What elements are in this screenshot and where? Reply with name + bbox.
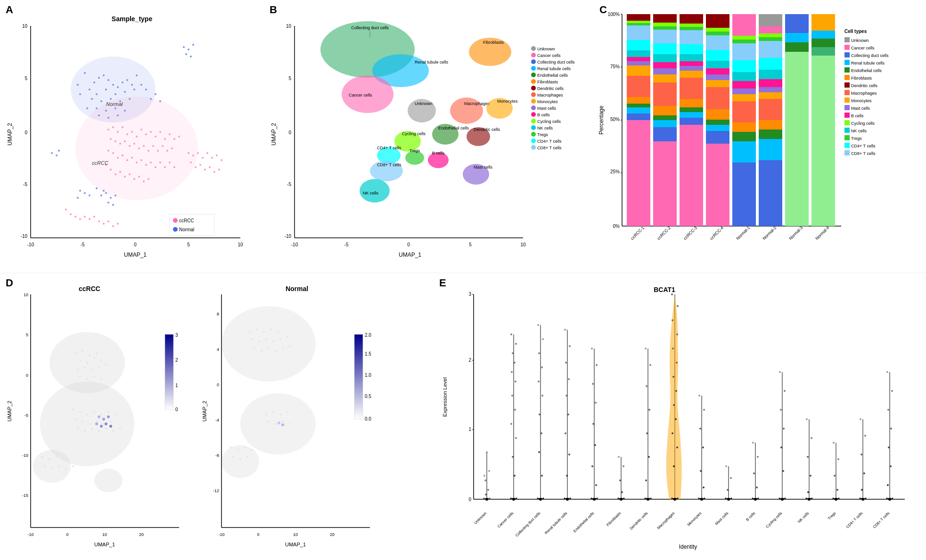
svg-text:Unknown: Unknown — [537, 47, 555, 51]
svg-point-537 — [516, 498, 517, 499]
svg-point-418 — [112, 430, 114, 432]
svg-point-630 — [676, 446, 678, 448]
svg-point-629 — [672, 432, 673, 434]
svg-point-734 — [890, 465, 892, 467]
annotation-mast: Mast cells — [474, 165, 493, 170]
svg-point-517 — [489, 498, 491, 499]
svg-point-685 — [782, 499, 783, 500]
svg-rect-262 — [680, 112, 703, 118]
svg-text:ccRCC-4: ccRCC-4 — [709, 225, 724, 241]
svg-point-536 — [515, 498, 516, 500]
ccrcc-gray-dots — [33, 332, 134, 492]
svg-point-473 — [265, 414, 267, 415]
svg-text:Cancer cells: Cancer cells — [851, 46, 875, 50]
svg-point-85 — [173, 138, 175, 140]
svg-point-534 — [512, 498, 513, 500]
svg-point-678 — [784, 390, 786, 392]
svg-point-126 — [188, 152, 189, 154]
svg-text:Normal-4: Normal-4 — [814, 225, 830, 241]
svg-text:-10: -10 — [218, 532, 224, 537]
annotation-bcells: B cells — [432, 151, 445, 155]
svg-point-729 — [886, 371, 888, 373]
svg-rect-255 — [653, 30, 677, 43]
svg-point-704 — [833, 442, 835, 444]
svg-point-673 — [758, 498, 759, 499]
svg-text:ccRCC-2: ccRCC-2 — [656, 225, 672, 241]
svg-point-387 — [79, 359, 81, 361]
svg-text:0: 0 — [175, 407, 178, 412]
svg-text:Normal-3: Normal-3 — [788, 225, 803, 241]
svg-rect-279 — [706, 120, 729, 125]
svg-text:10: 10 — [102, 532, 107, 537]
svg-point-402 — [86, 414, 88, 415]
svg-text:Dendritic cells: Dendritic cells — [851, 83, 878, 88]
svg-point-124 — [143, 180, 145, 182]
svg-point-195 — [531, 79, 536, 84]
svg-point-388 — [86, 362, 88, 364]
svg-text:Fibroblasts: Fibroblasts — [606, 511, 622, 527]
svg-point-705 — [837, 458, 839, 460]
svg-rect-288 — [706, 32, 729, 35]
svg-point-525 — [511, 371, 513, 373]
svg-text:ccRCC-3: ccRCC-3 — [682, 225, 698, 241]
svg-point-209 — [531, 125, 536, 130]
svg-point-640 — [698, 395, 700, 397]
svg-point-187 — [531, 53, 536, 57]
svg-rect-292 — [732, 162, 756, 226]
svg-rect-319 — [759, 33, 782, 37]
svg-point-65 — [107, 202, 109, 203]
svg-point-81 — [155, 136, 156, 138]
svg-point-68 — [56, 154, 57, 156]
svg-point-115 — [173, 166, 175, 168]
svg-point-51 — [188, 49, 189, 50]
panel-d-right-yaxis: UMAP_2 — [202, 401, 207, 422]
svg-text:Cancer cells: Cancer cells — [537, 53, 561, 58]
svg-point-67 — [51, 152, 53, 154]
svg-rect-315 — [759, 70, 782, 79]
svg-point-555 — [543, 498, 544, 499]
svg-point-463 — [265, 338, 267, 340]
svg-text:0: 0 — [257, 532, 259, 537]
svg-rect-228 — [627, 120, 650, 226]
panel-c-yaxis: Percentage — [598, 106, 605, 135]
svg-point-654 — [725, 465, 727, 467]
svg-point-562 — [568, 378, 570, 380]
svg-point-410 — [96, 421, 98, 422]
svg-point-422 — [56, 456, 57, 458]
svg-point-530 — [515, 437, 517, 439]
svg-text:0: 0 — [468, 497, 471, 502]
svg-text:Tregs: Tregs — [537, 132, 548, 137]
svg-point-399 — [100, 378, 102, 380]
svg-rect-353 — [844, 105, 850, 110]
svg-point-559 — [564, 329, 566, 331]
svg-point-623 — [672, 348, 674, 349]
svg-rect-284 — [706, 68, 729, 74]
svg-text:Dendritic cells: Dendritic cells — [537, 86, 564, 91]
svg-point-199 — [531, 92, 536, 97]
bar-ccrcc2: ccRCC-2 — [653, 14, 677, 241]
svg-point-659 — [728, 499, 729, 500]
svg-rect-294 — [732, 132, 756, 141]
svg-rect-237 — [627, 50, 650, 57]
svg-point-707 — [836, 489, 838, 491]
svg-point-18 — [117, 86, 119, 88]
svg-rect-299 — [732, 81, 756, 89]
svg-point-687 — [785, 498, 786, 499]
svg-point-462 — [258, 341, 260, 342]
svg-point-93 — [138, 147, 140, 149]
svg-rect-296 — [732, 101, 756, 122]
svg-text:0: 0 — [134, 242, 137, 247]
svg-point-453 — [221, 306, 316, 381]
svg-point-627 — [673, 404, 675, 406]
svg-point-17 — [112, 84, 114, 86]
annotation-cancer: Cancer cells — [349, 93, 372, 97]
svg-point-626 — [675, 390, 677, 392]
svg-point-128 — [197, 152, 199, 154]
svg-point-189 — [531, 59, 536, 64]
svg-point-113 — [164, 166, 166, 168]
svg-text:-10: -10 — [27, 242, 34, 247]
svg-point-185 — [531, 46, 536, 51]
annotation-fibroblasts: Fibroblasts — [483, 40, 504, 45]
svg-point-657 — [725, 498, 727, 499]
svg-point-203 — [531, 106, 536, 110]
